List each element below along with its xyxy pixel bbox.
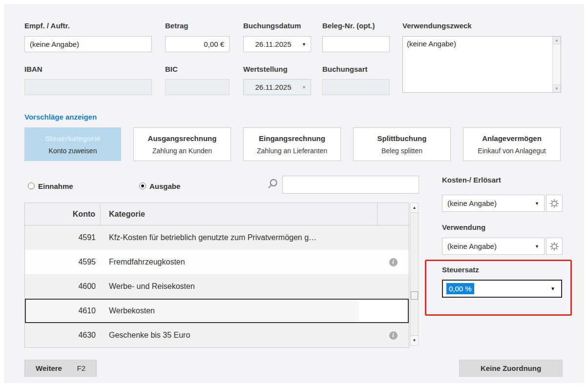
tab-title: Eingangsrechnung [259,134,325,143]
scrollbar-thumb[interactable] [411,291,418,300]
tab-title: Ausgangsrechnung [148,134,217,143]
buchungsdatum-label: Buchungsdatum [243,21,301,30]
steuersatz-dropdown[interactable]: 0,00 % ▼ [442,280,562,298]
search-icon [266,178,279,190]
wertstellung-label: Wertstellung [243,65,288,73]
chevron-down-icon: ▼ [302,85,306,90]
betrag-input[interactable] [165,36,230,52]
gear-icon [549,198,560,209]
tab-title: Steuerkategorie [45,134,100,143]
ausgabe-radio[interactable] [139,183,146,189]
kategorie-cell: Geschenke bis 35 Euro [101,323,378,347]
chevron-down-icon: ▼ [535,201,539,206]
kategorie-cell: Fremdfahrzeugkosten [101,250,378,274]
konto-cell: 4630 [25,323,101,347]
konto-cell: 4595 [25,250,101,274]
tab-anlagevermoegen[interactable]: Anlagevermögen Einkauf von Anlagegut [463,127,561,161]
verwendung-settings-button[interactable] [546,238,563,255]
info-cell [378,225,409,250]
buchungsart-input [322,79,390,95]
verwendung-dropdown[interactable]: (keine Angabe) ▼ [442,238,545,255]
beleg-nr-input[interactable] [322,36,390,52]
scroll-up-icon[interactable]: ▲ [411,203,418,213]
vorschlaege-anzeigen-link[interactable]: Vorschläge anzeigen [24,113,97,121]
scroll-down-icon[interactable]: ▼ [411,335,418,345]
tab-splittbuchung[interactable]: Splittbuchung Beleg splitten [353,127,451,161]
info-cell [378,274,409,299]
steuersatz-label: Steuersatz [442,265,479,274]
category-table: Konto Kategorie 4591 Kfz-Kosten für betr… [24,203,409,348]
chevron-down-icon: ▼ [550,286,555,291]
tab-subtitle: Zahlung an Kunden [152,147,212,155]
kostenart-label: Kosten-/ Erlösart [442,176,501,184]
konto-cell: 4600 [25,274,101,299]
wertstellung-value: 26.11.2025 [255,83,292,91]
tab-steuerkategorie[interactable]: Steuerkategorie Konto zuweisen [24,127,121,161]
tab-ausgangsrechnung[interactable]: Ausgangsrechnung Zahlung an Kunden [133,127,231,161]
buchungsdatum-dropdown[interactable]: 26.11.2025 ▼ [243,36,311,52]
beleg-nr-label: Beleg-Nr. (opt.) [322,21,375,30]
weitere-shortcut: F2 [77,364,85,372]
tab-subtitle: Konto zuweisen [49,147,97,155]
verwendungszweck-label: Verwendungszweck [402,21,472,30]
table-row[interactable]: 4630 Geschenke bis 35 Euro i [25,323,409,347]
radio-dot [141,184,144,187]
verwendungszweck-box: ▲ ▼ [402,36,561,93]
tab-subtitle: Beleg splitten [381,147,422,155]
tab-title: Anlagevermögen [482,134,542,143]
steuersatz-selected-value: 0,00 % [446,283,474,294]
search-input[interactable] [282,176,419,194]
verwendung-value: (keine Angabe) [447,242,497,250]
tab-subtitle: Einkauf von Anlagegut [478,147,546,155]
ausgabe-radio-label[interactable]: Ausgabe [149,182,180,190]
empf-label: Empf. / Auftr. [24,21,70,30]
gear-icon [549,241,560,252]
table-row-selected[interactable]: 4610 Werbekosten [25,299,409,323]
chevron-down-icon: ▼ [302,42,306,47]
tab-title: Splittbuchung [378,134,427,143]
table-row[interactable]: 4591 Kfz-Kosten für betrieblich genutzte… [25,225,409,250]
table-scrollbar[interactable]: ▲ ▼ [410,203,419,346]
buchungsart-label: Buchungsart [322,65,368,73]
bic-label: BIC [165,65,178,73]
einnahme-radio[interactable] [28,183,35,189]
kostenart-dropdown[interactable]: (keine Angabe) ▼ [442,195,545,212]
verwendungszweck-scrollbar[interactable]: ▲ ▼ [552,37,561,92]
info-column-header [378,203,409,225]
table-row[interactable]: 4595 Fremdfahrzeugkosten i [25,250,409,274]
verwendungszweck-textarea[interactable] [403,37,552,92]
kostenart-settings-button[interactable] [546,195,563,212]
kostenart-value: (keine Angabe) [447,199,497,207]
info-icon[interactable]: i [389,331,398,340]
info-cell: i [378,323,409,347]
wertstellung-dropdown[interactable]: 26.11.2025 ▼ [243,79,311,95]
einnahme-radio-label[interactable]: Einnahme [38,182,73,190]
iban-input [24,79,152,95]
scroll-down-icon[interactable]: ▼ [553,84,561,92]
scroll-up-icon[interactable]: ▲ [553,37,561,44]
verwendung-label: Verwendung [442,223,485,231]
chevron-down-icon: ▼ [535,244,539,249]
buchungsdatum-value: 26.11.2025 [255,40,292,48]
info-icon[interactable]: i [389,258,398,266]
selection-right-area [359,300,408,322]
info-cell: i [378,250,409,274]
booking-assignment-dialog: Empf. / Auftr. Betrag Buchungsdatum Bele… [0,0,588,387]
keine-zuordnung-button[interactable]: Keine Zuordnung [459,360,563,377]
kategorie-cell: Werbe- und Reisekosten [101,274,378,299]
weitere-button[interactable]: Weitere F2 [24,360,97,377]
table-row[interactable]: 4600 Werbe- und Reisekosten [25,274,409,299]
konto-column-header: Konto [25,203,101,225]
keine-zuordnung-label: Keine Zuordnung [481,364,541,372]
iban-label: IBAN [24,65,42,73]
konto-cell: 4591 [25,225,101,250]
tab-eingangsrechnung[interactable]: Eingangsrechnung Zahlung an Lieferanten [243,127,341,161]
empf-input[interactable] [24,36,152,52]
kategorie-cell: Kfz-Kosten für betrieblich genutzte zum … [101,225,378,250]
weitere-button-label: Weitere [36,364,62,372]
kategorie-cell: Werbekosten [101,299,378,323]
kategorie-column-header: Kategorie [101,203,378,225]
bic-input [165,79,230,95]
betrag-label: Betrag [165,21,189,30]
konto-cell: 4610 [25,299,101,323]
